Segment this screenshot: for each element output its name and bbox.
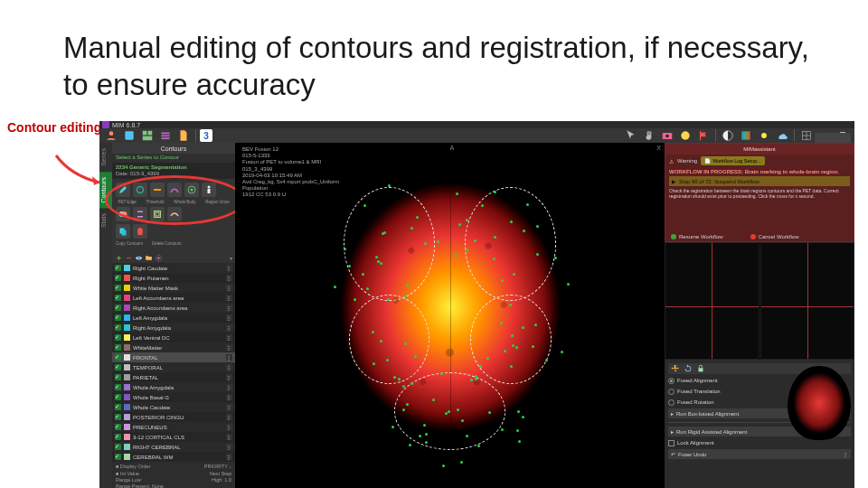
corner-x: X [656,145,661,151]
left-panel: Series Contours Stats Contours Select a … [99,143,235,488]
workflow-title: MIMassistant [665,144,854,155]
svg-rect-5 [161,133,169,135]
tool-threshold-icon[interactable] [150,183,165,197]
list-toolbar: ▾ [112,252,235,263]
vtab-series[interactable]: Series [99,143,112,172]
tool-pet-edge-icon[interactable] [133,183,147,197]
lock-icon[interactable] [696,364,705,373]
contour-row[interactable]: Right Caudate⋮ [112,263,235,273]
svg-rect-25 [137,216,143,218]
tool-camera-icon[interactable] [659,128,675,143]
tool-wholebody-icon[interactable] [202,183,216,197]
nav-sessions[interactable] [121,128,137,143]
slide-title: Manual editing of contours and registrat… [63,27,832,106]
tool-freehand-icon[interactable] [167,183,182,197]
svg-rect-3 [148,131,153,136]
workflow-log-button[interactable]: 📄 Workflow Log Setup... [701,156,765,165]
sagittal-viewport[interactable] [665,242,760,360]
contour-row[interactable]: White Matter Mask⋮ [112,283,235,293]
svg-rect-12 [741,131,750,139]
svg-rect-17 [154,189,161,191]
workflow-desc: Check the registration between the brain… [669,188,850,199]
tool-lut-icon[interactable] [738,128,754,143]
axial-viewport[interactable]: BEV Fusion 12 015-5-1333 Fusion of PET t… [235,143,665,488]
app-icon [102,121,109,128]
contour-row[interactable]: PRECUNEUS⋮ [112,422,235,432]
svg-rect-21 [208,189,211,193]
contour-row[interactable]: Right Accumbens area⋮ [112,303,235,313]
tool-margin-icon[interactable] [150,207,165,221]
tool-contrast-icon[interactable] [720,128,736,143]
case-info: 2234 Generic Segmentation Date: 015-3_43… [112,163,235,179]
contour-row[interactable]: Right Amygdala⋮ [112,323,235,333]
nav-patients[interactable] [103,128,119,143]
move-icon[interactable] [671,364,680,373]
tool-region-grow-icon[interactable] [184,183,199,197]
nav-layouts[interactable] [139,128,156,143]
contour-row[interactable]: WhiteMatter⋮ [112,343,235,352]
contour-row[interactable]: Left Accumbens area⋮ [112,293,235,303]
workflow-panel: MIMassistant ⚠ Warning 📄 Workflow Log Se… [665,143,854,242]
tool-pointer-icon[interactable] [623,128,639,143]
titlebar: MIM 6.8.7 [99,121,854,128]
coronal-viewport[interactable] [760,242,855,360]
tool-cloud-icon[interactable] [774,128,790,143]
cancel-workflow-button[interactable]: Cancel Workflow [750,234,799,239]
app-window: MIM 6.8.7 3 T [99,121,854,479]
workflow-step: ▶ Step 90 of 72: Suspend Workflow [669,176,850,186]
tool-interp-icon[interactable] [133,207,147,221]
contour-row[interactable]: Whole Amygdala⋮ [112,382,235,392]
svg-rect-27 [156,212,159,216]
fuser-undo-button[interactable]: ↶ Fuser Undo ⋮ [668,449,851,459]
contour-row[interactable]: RIGHT CEREBRAL⋮ [112,442,235,452]
stats-panel: ■ Display OrderPRIORITY ↓ ■ Int ValueNex… [112,462,235,488]
svg-rect-7 [161,137,169,139]
contour-row[interactable]: Left Amygdala⋮ [112,313,235,323]
eye-icon[interactable] [135,254,143,262]
folder-icon[interactable] [145,254,153,262]
workflow-header: WORKFLOW IN PROGRESS: Brain marking in w… [669,169,850,174]
remove-icon[interactable] [125,254,133,262]
tool-flag-icon[interactable] [695,128,712,143]
contour-row[interactable]: Right Putamen⋮ [112,273,235,283]
nav-file[interactable] [175,128,192,143]
gear-icon[interactable] [155,254,163,262]
svg-point-9 [665,135,669,138]
mini-brain-preview [788,366,851,440]
add-icon[interactable] [115,254,123,262]
brain-image [324,170,577,468]
tool-boolean-icon[interactable] [116,207,130,221]
tool-smooth-icon[interactable] [167,207,182,221]
corner-a: A [450,145,455,151]
resume-workflow-button[interactable]: Resume Workflow [671,234,723,239]
series-badge[interactable]: 3 [200,129,212,142]
tool-grid-icon[interactable] [798,128,815,143]
svg-point-18 [191,189,193,192]
contour-row[interactable]: Whole Basal G⋮ [112,392,235,402]
tool-brush-icon[interactable] [116,183,130,197]
delete-contours-button[interactable] [133,224,147,239]
contour-row[interactable]: POSTERIOR CINGU⋮ [112,412,235,422]
contour-row[interactable]: CEREBRAL WM⋮ [112,452,235,462]
nav-series[interactable] [157,128,174,143]
contour-row[interactable]: FRONTAL⋮ [112,352,235,362]
copy-contours-button[interactable] [116,224,130,239]
contour-row[interactable]: PARIETAL⋮ [112,372,235,382]
vtab-stats[interactable]: Stats [99,208,112,233]
tool-hand-icon[interactable] [641,128,657,143]
series-selector[interactable]: Select a Series to Contour [112,154,235,163]
svg-point-23 [122,211,127,217]
svg-rect-24 [137,211,143,213]
chevron-down-icon[interactable]: ▾ [230,255,232,261]
contour-row[interactable]: Whole Caudate⋮ [112,402,235,412]
tool-sun-icon[interactable] [756,128,772,143]
contour-row[interactable]: 3-12 CORTICAL CLS⋮ [112,432,235,442]
tool-gamma-icon[interactable] [677,128,693,143]
contour-row[interactable]: Left Ventral DC⋮ [112,333,235,343]
vtab-contours[interactable]: Contours [99,172,112,208]
rotate-icon[interactable] [684,364,693,373]
contour-row[interactable]: TEMPORAL⋮ [112,362,235,372]
right-column: MIMassistant ⚠ Warning 📄 Workflow Log Se… [665,143,854,488]
svg-point-20 [208,186,211,189]
svg-rect-2 [143,131,147,136]
